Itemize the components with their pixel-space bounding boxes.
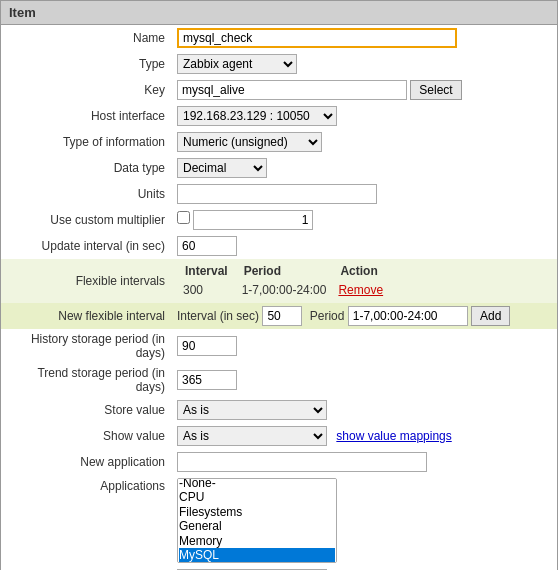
show-value-mappings-link[interactable]: show value mappings [336, 429, 451, 443]
units-value-cell [171, 181, 557, 207]
trend-storage-row: Trend storage period (in days) [1, 363, 557, 397]
list-item[interactable]: Filesystems [179, 505, 335, 519]
period-label: Period [310, 309, 345, 323]
new-application-row: New application [1, 449, 557, 475]
inventory-row: Populates host inventory field -None- [1, 566, 557, 570]
list-item[interactable]: -None- [179, 478, 335, 490]
new-interval-row: New flexible interval Interval (in sec) … [1, 303, 557, 329]
list-item[interactable]: MySQL [179, 548, 335, 562]
type-label: Type [1, 51, 171, 77]
name-label: Name [1, 25, 171, 51]
units-row: Units [1, 181, 557, 207]
type-value-cell: Zabbix agent [171, 51, 557, 77]
action-value: Remove [332, 280, 389, 300]
key-input[interactable] [177, 80, 407, 100]
form-table: Name Type Zabbix agent Key Select Host i… [1, 25, 557, 570]
type-of-info-select[interactable]: Numeric (unsigned) Numeric (float) Chara… [177, 132, 322, 152]
table-row: 300 1-7,00:00-24:00 Remove [177, 280, 389, 300]
page-container: Item Name Type Zabbix agent Key Select [0, 0, 558, 570]
multiplier-row: Use custom multiplier [1, 207, 557, 233]
update-interval-input[interactable] [177, 236, 237, 256]
flexible-intervals-value-cell: Interval Period Action 300 1-7,00:00-24:… [171, 259, 557, 303]
show-value-row: Show value As is show value mappings [1, 423, 557, 449]
history-storage-label: History storage period (in days) [1, 329, 171, 363]
multiplier-value-cell [171, 207, 557, 233]
update-interval-row: Update interval (in sec) [1, 233, 557, 259]
type-of-info-row: Type of information Numeric (unsigned) N… [1, 129, 557, 155]
trend-storage-label: Trend storage period (in days) [1, 363, 171, 397]
units-input[interactable] [177, 184, 377, 204]
store-value-label: Store value [1, 397, 171, 423]
data-type-row: Data type Decimal Octal Hexadecimal Bool… [1, 155, 557, 181]
applications-value-cell: -None- CPU Filesystems General Memory My… [171, 475, 557, 566]
history-storage-value-cell [171, 329, 557, 363]
key-row: Key Select [1, 77, 557, 103]
update-interval-value-cell [171, 233, 557, 259]
type-row: Type Zabbix agent [1, 51, 557, 77]
history-storage-row: History storage period (in days) [1, 329, 557, 363]
data-type-select[interactable]: Decimal Octal Hexadecimal Boolean [177, 158, 267, 178]
store-value-select[interactable]: As is Delta (speed per second) Delta (si… [177, 400, 327, 420]
interval-col-header: Interval [177, 262, 236, 280]
type-of-info-label: Type of information [1, 129, 171, 155]
host-interface-row: Host interface 192.168.23.129 : 10050 [1, 103, 557, 129]
name-value-cell [171, 25, 557, 51]
new-interval-period-input[interactable] [348, 306, 468, 326]
store-value-value-cell: As is Delta (speed per second) Delta (si… [171, 397, 557, 423]
host-interface-value-cell: 192.168.23.129 : 10050 [171, 103, 557, 129]
new-interval-value-cell: Interval (in sec) Period Add [171, 303, 557, 329]
update-interval-label: Update interval (in sec) [1, 233, 171, 259]
section-header: Item [1, 1, 557, 25]
type-of-info-value-cell: Numeric (unsigned) Numeric (float) Chara… [171, 129, 557, 155]
new-interval-sec-input[interactable] [262, 306, 302, 326]
show-value-label: Show value [1, 423, 171, 449]
host-interface-label: Host interface [1, 103, 171, 129]
history-storage-input[interactable] [177, 336, 237, 356]
data-type-label: Data type [1, 155, 171, 181]
trend-storage-input[interactable] [177, 370, 237, 390]
remove-link[interactable]: Remove [338, 283, 383, 297]
host-interface-select[interactable]: 192.168.23.129 : 10050 [177, 106, 337, 126]
name-input[interactable] [177, 28, 457, 48]
key-value-cell: Select [171, 77, 557, 103]
inventory-value-cell: -None- [171, 566, 557, 570]
units-label: Units [1, 181, 171, 207]
list-item[interactable]: CPU [179, 490, 335, 504]
show-value-select[interactable]: As is [177, 426, 327, 446]
type-select[interactable]: Zabbix agent [177, 54, 297, 74]
new-application-value-cell [171, 449, 557, 475]
section-title: Item [9, 5, 36, 20]
add-interval-button[interactable]: Add [471, 306, 510, 326]
intervals-header: Interval Period Action [177, 262, 389, 280]
interval-value: 300 [177, 280, 236, 300]
applications-row: Applications -None- CPU Filesystems Gene… [1, 475, 557, 566]
inventory-label: Populates host inventory field [1, 566, 171, 570]
store-value-row: Store value As is Delta (speed per secon… [1, 397, 557, 423]
new-interval-label: New flexible interval [1, 303, 171, 329]
applications-label: Applications [1, 475, 171, 566]
multiplier-checkbox[interactable] [177, 211, 190, 224]
key-label: Key [1, 77, 171, 103]
period-col-header: Period [236, 262, 333, 280]
show-value-value-cell: As is show value mappings [171, 423, 557, 449]
name-row: Name [1, 25, 557, 51]
list-item[interactable]: General [179, 519, 335, 533]
multiplier-value-input[interactable] [193, 210, 313, 230]
action-col-header: Action [332, 262, 389, 280]
trend-storage-value-cell [171, 363, 557, 397]
interval-sec-label: Interval (in sec) [177, 309, 259, 323]
intervals-table: Interval Period Action 300 1-7,00:00-24:… [177, 262, 389, 300]
new-application-label: New application [1, 449, 171, 475]
flexible-intervals-header-row: Flexible intervals Interval Period Actio… [1, 259, 557, 303]
period-value: 1-7,00:00-24:00 [236, 280, 333, 300]
new-application-input[interactable] [177, 452, 427, 472]
applications-listbox[interactable]: -None- CPU Filesystems General Memory My… [177, 478, 337, 563]
key-select-button[interactable]: Select [410, 80, 461, 100]
multiplier-label: Use custom multiplier [1, 207, 171, 233]
flexible-intervals-label: Flexible intervals [1, 259, 171, 303]
data-type-value-cell: Decimal Octal Hexadecimal Boolean [171, 155, 557, 181]
list-item[interactable]: Memory [179, 534, 335, 548]
